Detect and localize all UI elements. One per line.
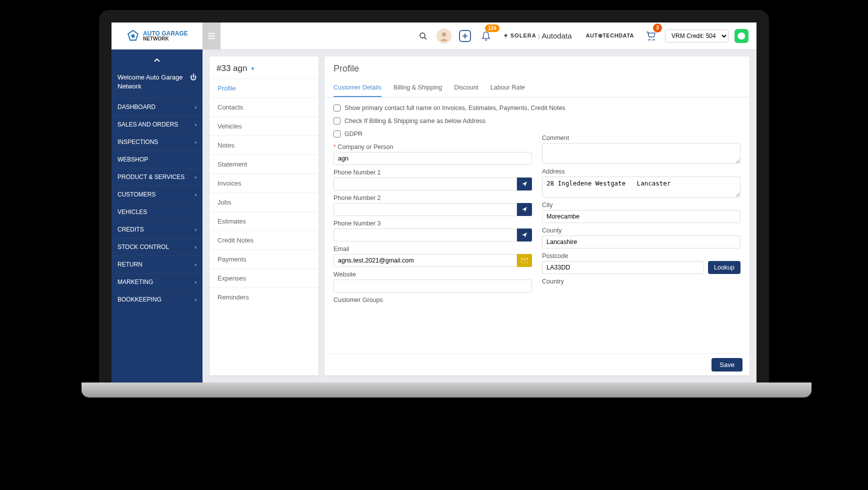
county-input[interactable] xyxy=(542,236,740,248)
lookup-button[interactable]: Lookup xyxy=(708,261,740,274)
chevron-up-icon xyxy=(154,58,160,62)
content-area: #33 agn ▼ Profile Contacts Vehicles Note… xyxy=(202,50,756,382)
label-email: Email xyxy=(334,246,532,252)
subnav-expenses[interactable]: Expenses xyxy=(210,268,318,288)
city-input[interactable] xyxy=(542,210,740,223)
checkbox-billing-same-input[interactable] xyxy=(334,118,340,124)
address-input[interactable]: 28 Ingledene Westgate Lancaster xyxy=(542,176,740,198)
phone2-input[interactable] xyxy=(334,203,517,216)
avatar[interactable] xyxy=(436,28,452,44)
customer-title[interactable]: #33 agn ▼ xyxy=(210,56,318,78)
whatsapp-icon xyxy=(738,32,746,40)
subnav-reminders[interactable]: Reminders xyxy=(210,288,318,306)
credit-select[interactable]: VRM Credit: 504 xyxy=(665,30,728,42)
whatsapp-button[interactable] xyxy=(734,29,748,43)
phone1-send-button[interactable] xyxy=(517,178,532,190)
label-address: Address xyxy=(542,168,740,175)
phone2-send-button[interactable] xyxy=(517,203,532,216)
cart-icon xyxy=(646,32,656,40)
subnav-contacts[interactable]: Contacts xyxy=(210,98,318,116)
send-icon xyxy=(522,232,528,238)
svg-point-0 xyxy=(132,34,135,38)
solera-autodata-logo: ✦ SOLERA | Autodata xyxy=(504,30,572,42)
profile-panel: Profile Customer Details Billing & Shipp… xyxy=(324,56,750,376)
autotechdata-logo: AUT⊕TECHDATA xyxy=(586,30,634,42)
tab-labour[interactable]: Labour Rate xyxy=(490,79,525,97)
sidebar-item-vehicles[interactable]: VEHICLES xyxy=(112,203,202,220)
sidebar-item-credits[interactable]: CREDITS‹ xyxy=(112,220,202,238)
logo[interactable]: AUTO GARAGE NETWORK xyxy=(112,22,202,50)
logo-icon xyxy=(126,29,140,43)
logo-text-bottom: NETWORK xyxy=(143,36,188,42)
sidebar-item-marketing[interactable]: MARKETING‹ xyxy=(112,273,202,290)
sidebar-item-bookkeeping[interactable]: BOOKKEEPING‹ xyxy=(112,290,202,308)
customer-subnav: #33 agn ▼ Profile Contacts Vehicles Note… xyxy=(210,56,318,376)
svg-point-1 xyxy=(420,33,425,38)
sidebar-item-stock[interactable]: STOCK CONTROL‹ xyxy=(112,238,202,256)
phone1-input[interactable] xyxy=(334,178,517,190)
sidebar-item-sales[interactable]: SALES AND ORDERS‹ xyxy=(112,116,202,133)
sidebar-item-webshop[interactable]: WEBSHOP xyxy=(112,150,202,168)
cart-button[interactable]: 3 xyxy=(644,28,659,44)
menu-toggle-button[interactable] xyxy=(202,22,220,50)
sidebar-item-products[interactable]: PRODUCT & SERVICES‹ xyxy=(112,168,202,186)
svg-line-2 xyxy=(424,38,426,40)
sidebar-item-return[interactable]: RETURN‹ xyxy=(112,256,202,273)
app-header: AUTO GARAGE NETWORK 124 ✦ SOLERA xyxy=(112,22,756,50)
notifications-button
-button[interactable]: 124 xyxy=(478,28,494,44)
tab-customer-details[interactable]: Customer Details xyxy=(334,79,382,97)
svg-point-3 xyxy=(442,32,446,36)
sidebar-item-customers[interactable]: CUSTOMERS‹ xyxy=(112,186,202,203)
subnav-statement[interactable]: Statement xyxy=(210,154,318,174)
label-phone2: Phone Number 2 xyxy=(334,194,532,202)
label-groups: Customer Groups xyxy=(334,296,532,304)
email-send-button[interactable] xyxy=(517,254,532,267)
sidebar-item-inspections[interactable]: INSPECTIONS‹ xyxy=(112,133,202,150)
comment-input[interactable] xyxy=(542,143,740,164)
sidebar-item-dashboard[interactable]: DASHBOARD‹ xyxy=(112,98,202,116)
sidebar-collapse-icon[interactable] xyxy=(112,50,202,69)
welcome-text: Welcome Auto Garage Network ⏻ xyxy=(112,69,202,98)
company-input[interactable] xyxy=(334,152,532,165)
phone3-input[interactable] xyxy=(334,228,517,242)
subnav-notes[interactable]: Notes xyxy=(210,136,318,154)
cart-badge: 3 xyxy=(653,24,662,32)
mail-icon xyxy=(521,258,528,263)
profile-tabs: Customer Details Billing & Shipping Disc… xyxy=(324,79,750,98)
power-icon[interactable]: ⏻ xyxy=(190,73,196,82)
subnav-profile[interactable]: Profile xyxy=(210,78,318,98)
avatar-icon xyxy=(439,31,449,41)
save-button[interactable]: Save xyxy=(712,358,742,372)
tab-discount[interactable]: Discount xyxy=(454,79,478,97)
subnav-payments[interactable]: Payments xyxy=(210,250,318,268)
caret-down-icon: ▼ xyxy=(250,66,255,72)
label-county: County xyxy=(542,227,740,234)
add-button[interactable] xyxy=(458,28,472,44)
checkbox-billing-same[interactable]: Check If Billing & Shipping same as belo… xyxy=(334,118,740,124)
subnav-vehicles[interactable]: Vehicles xyxy=(210,116,318,136)
plus-icon xyxy=(462,33,468,39)
hamburger-icon xyxy=(208,33,215,39)
subnav-estimates[interactable]: Estimates xyxy=(210,212,318,230)
tab-billing[interactable]: Billing & Shipping xyxy=(394,79,442,97)
label-phone3: Phone Number 3 xyxy=(334,220,532,227)
search-button[interactable] xyxy=(416,28,430,44)
label-city: City xyxy=(542,202,740,208)
notification-badge: 124 xyxy=(485,24,500,32)
phone3-send-button[interactable] xyxy=(517,228,532,242)
subnav-invoices[interactable]: Invoices xyxy=(210,174,318,192)
label-website: Website xyxy=(334,271,532,278)
subnav-jobs[interactable]: Jobs xyxy=(210,192,318,212)
checkbox-primary-contact[interactable]: Show primary contact full name on Invoic… xyxy=(334,104,740,112)
postcode-input[interactable] xyxy=(542,261,704,274)
subnav-creditnotes[interactable]: Credit Notes xyxy=(210,230,318,250)
label-postcode: Postcode xyxy=(542,252,740,260)
label-comment: Comment xyxy=(542,134,740,142)
checkbox-primary-contact-input[interactable] xyxy=(334,104,340,112)
checkbox-gdpr-input[interactable] xyxy=(334,130,340,138)
checkbox-gdpr[interactable]: GDPR xyxy=(334,130,532,138)
website-input[interactable] xyxy=(334,280,532,292)
send-icon xyxy=(522,181,528,187)
page-title: Profile xyxy=(324,56,750,79)
email-input[interactable] xyxy=(334,254,517,267)
